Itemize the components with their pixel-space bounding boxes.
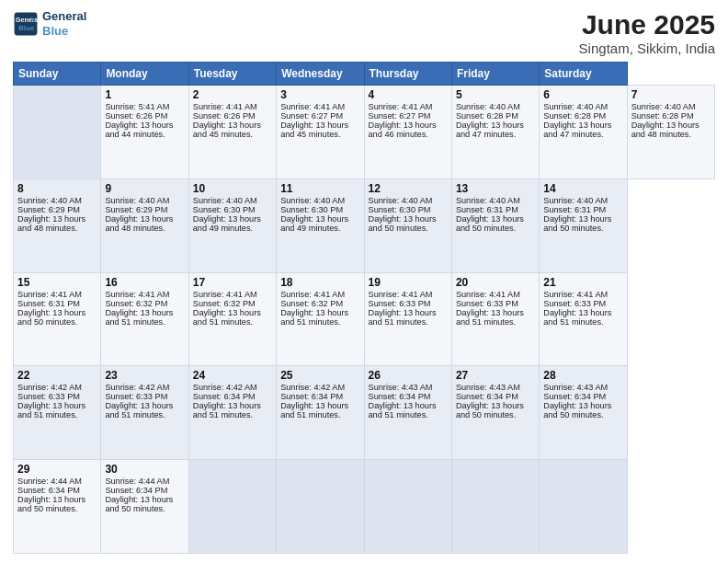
day-number: 2 bbox=[193, 88, 272, 101]
calendar-cell: 1Sunrise: 5:41 AMSunset: 6:26 PMDaylight… bbox=[101, 86, 188, 179]
calendar-cell: 15Sunrise: 4:41 AMSunset: 6:31 PMDayligh… bbox=[14, 272, 101, 366]
logo-icon: General Blue bbox=[13, 11, 39, 37]
day-info: Sunrise: 4:41 AMSunset: 6:31 PMDaylight:… bbox=[17, 290, 85, 327]
calendar-week-0: 1Sunrise: 5:41 AMSunset: 6:26 PMDaylight… bbox=[14, 86, 715, 179]
calendar-cell: 30Sunrise: 4:44 AMSunset: 6:34 PMDayligh… bbox=[101, 460, 188, 554]
calendar-cell: 25Sunrise: 4:42 AMSunset: 6:34 PMDayligh… bbox=[277, 366, 364, 460]
day-number: 25 bbox=[280, 369, 359, 382]
calendar-cell: 10Sunrise: 4:40 AMSunset: 6:30 PMDayligh… bbox=[188, 178, 276, 272]
calendar: SundayMondayTuesdayWednesdayThursdayFrid… bbox=[13, 62, 715, 554]
day-number: 18 bbox=[280, 276, 359, 289]
calendar-header-row: SundayMondayTuesdayWednesdayThursdayFrid… bbox=[14, 63, 715, 86]
day-number: 20 bbox=[456, 276, 535, 289]
day-info: Sunrise: 4:41 AMSunset: 6:32 PMDaylight:… bbox=[280, 290, 348, 327]
day-number: 5 bbox=[456, 88, 535, 101]
calendar-cell: 29Sunrise: 4:44 AMSunset: 6:34 PMDayligh… bbox=[14, 460, 101, 554]
col-header-thursday: Thursday bbox=[364, 63, 451, 86]
subtitle: Singtam, Sikkim, India bbox=[579, 40, 715, 56]
day-info: Sunrise: 4:40 AMSunset: 6:30 PMDaylight:… bbox=[280, 196, 348, 233]
day-number: 16 bbox=[105, 276, 184, 289]
day-info: Sunrise: 4:40 AMSunset: 6:30 PMDaylight:… bbox=[193, 196, 261, 233]
col-header-sunday: Sunday bbox=[14, 63, 101, 86]
svg-text:General: General bbox=[16, 17, 39, 23]
day-info: Sunrise: 4:40 AMSunset: 6:31 PMDaylight:… bbox=[456, 196, 524, 233]
col-header-tuesday: Tuesday bbox=[188, 63, 276, 86]
calendar-cell: 6Sunrise: 4:40 AMSunset: 6:28 PMDaylight… bbox=[540, 86, 627, 179]
day-number: 7 bbox=[631, 88, 711, 101]
day-number: 6 bbox=[543, 88, 622, 101]
day-info: Sunrise: 5:41 AMSunset: 6:26 PMDaylight:… bbox=[105, 102, 173, 139]
day-number: 26 bbox=[369, 369, 448, 382]
day-info: Sunrise: 4:41 AMSunset: 6:33 PMDaylight:… bbox=[369, 290, 437, 327]
day-info: Sunrise: 4:41 AMSunset: 6:27 PMDaylight:… bbox=[280, 102, 348, 139]
calendar-cell bbox=[188, 460, 276, 554]
col-header-saturday: Saturday bbox=[540, 63, 627, 86]
day-info: Sunrise: 4:42 AMSunset: 6:34 PMDaylight:… bbox=[193, 383, 261, 419]
day-info: Sunrise: 4:40 AMSunset: 6:29 PMDaylight:… bbox=[105, 196, 173, 233]
page: General Blue General Blue June 2025 Sing… bbox=[0, 0, 728, 563]
day-info: Sunrise: 4:40 AMSunset: 6:30 PMDaylight:… bbox=[369, 196, 437, 233]
main-title: June 2025 bbox=[579, 9, 715, 40]
calendar-cell: 17Sunrise: 4:41 AMSunset: 6:32 PMDayligh… bbox=[188, 272, 276, 366]
calendar-cell: 12Sunrise: 4:40 AMSunset: 6:30 PMDayligh… bbox=[364, 178, 451, 272]
calendar-cell: 7Sunrise: 4:40 AMSunset: 6:28 PMDaylight… bbox=[627, 86, 714, 179]
day-info: Sunrise: 4:41 AMSunset: 6:32 PMDaylight:… bbox=[105, 290, 173, 327]
day-info: Sunrise: 4:42 AMSunset: 6:34 PMDaylight:… bbox=[280, 383, 348, 419]
calendar-week-4: 29Sunrise: 4:44 AMSunset: 6:34 PMDayligh… bbox=[14, 460, 715, 554]
calendar-cell: 21Sunrise: 4:41 AMSunset: 6:33 PMDayligh… bbox=[540, 272, 627, 366]
calendar-cell: 5Sunrise: 4:40 AMSunset: 6:28 PMDaylight… bbox=[451, 86, 539, 179]
logo-text: General Blue bbox=[42, 9, 86, 38]
day-number: 29 bbox=[17, 463, 97, 476]
day-info: Sunrise: 4:40 AMSunset: 6:31 PMDaylight:… bbox=[543, 196, 611, 233]
logo: General Blue General Blue bbox=[13, 9, 86, 38]
day-number: 4 bbox=[369, 88, 448, 101]
day-number: 1 bbox=[105, 88, 184, 101]
day-info: Sunrise: 4:41 AMSunset: 6:26 PMDaylight:… bbox=[193, 102, 261, 139]
day-info: Sunrise: 4:40 AMSunset: 6:29 PMDaylight:… bbox=[17, 196, 85, 233]
day-number: 21 bbox=[543, 276, 622, 289]
calendar-cell bbox=[364, 460, 451, 554]
calendar-cell: 23Sunrise: 4:42 AMSunset: 6:33 PMDayligh… bbox=[101, 366, 188, 460]
calendar-week-3: 22Sunrise: 4:42 AMSunset: 6:33 PMDayligh… bbox=[14, 366, 715, 460]
calendar-cell: 20Sunrise: 4:41 AMSunset: 6:33 PMDayligh… bbox=[451, 272, 539, 366]
title-block: June 2025 Singtam, Sikkim, India bbox=[579, 9, 715, 56]
day-info: Sunrise: 4:42 AMSunset: 6:33 PMDaylight:… bbox=[17, 383, 85, 419]
day-number: 10 bbox=[193, 182, 272, 195]
day-info: Sunrise: 4:40 AMSunset: 6:28 PMDaylight:… bbox=[631, 102, 700, 139]
day-info: Sunrise: 4:41 AMSunset: 6:32 PMDaylight:… bbox=[193, 290, 261, 327]
calendar-cell: 18Sunrise: 4:41 AMSunset: 6:32 PMDayligh… bbox=[277, 272, 364, 366]
calendar-cell: 24Sunrise: 4:42 AMSunset: 6:34 PMDayligh… bbox=[188, 366, 276, 460]
calendar-week-1: 8Sunrise: 4:40 AMSunset: 6:29 PMDaylight… bbox=[14, 178, 715, 272]
calendar-cell: 27Sunrise: 4:43 AMSunset: 6:34 PMDayligh… bbox=[451, 366, 539, 460]
day-number: 24 bbox=[193, 369, 272, 382]
calendar-cell bbox=[277, 460, 364, 554]
calendar-cell: 2Sunrise: 4:41 AMSunset: 6:26 PMDaylight… bbox=[188, 86, 276, 179]
day-number: 27 bbox=[456, 369, 535, 382]
calendar-cell: 11Sunrise: 4:40 AMSunset: 6:30 PMDayligh… bbox=[277, 178, 364, 272]
calendar-cell: 9Sunrise: 4:40 AMSunset: 6:29 PMDaylight… bbox=[101, 178, 188, 272]
day-number: 12 bbox=[369, 182, 448, 195]
day-info: Sunrise: 4:44 AMSunset: 6:34 PMDaylight:… bbox=[105, 477, 173, 513]
calendar-cell: 4Sunrise: 4:41 AMSunset: 6:27 PMDaylight… bbox=[364, 86, 451, 179]
day-info: Sunrise: 4:41 AMSunset: 6:33 PMDaylight:… bbox=[456, 290, 524, 327]
svg-text:Blue: Blue bbox=[18, 24, 35, 32]
day-info: Sunrise: 4:43 AMSunset: 6:34 PMDaylight:… bbox=[543, 383, 611, 419]
day-number: 19 bbox=[369, 276, 448, 289]
calendar-cell: 19Sunrise: 4:41 AMSunset: 6:33 PMDayligh… bbox=[364, 272, 451, 366]
calendar-cell: 14Sunrise: 4:40 AMSunset: 6:31 PMDayligh… bbox=[540, 178, 627, 272]
calendar-cell bbox=[451, 460, 539, 554]
day-number: 9 bbox=[105, 182, 184, 195]
calendar-cell: 26Sunrise: 4:43 AMSunset: 6:34 PMDayligh… bbox=[364, 366, 451, 460]
calendar-cell: 3Sunrise: 4:41 AMSunset: 6:27 PMDaylight… bbox=[277, 86, 364, 179]
day-number: 23 bbox=[105, 369, 184, 382]
day-info: Sunrise: 4:40 AMSunset: 6:28 PMDaylight:… bbox=[543, 102, 611, 139]
col-header-monday: Monday bbox=[101, 63, 188, 86]
day-number: 17 bbox=[193, 276, 272, 289]
day-info: Sunrise: 4:44 AMSunset: 6:34 PMDaylight:… bbox=[17, 477, 85, 513]
day-number: 22 bbox=[17, 369, 97, 382]
calendar-cell: 8Sunrise: 4:40 AMSunset: 6:29 PMDaylight… bbox=[14, 178, 101, 272]
day-info: Sunrise: 4:41 AMSunset: 6:33 PMDaylight:… bbox=[543, 290, 611, 327]
col-header-friday: Friday bbox=[451, 63, 539, 86]
calendar-cell: 13Sunrise: 4:40 AMSunset: 6:31 PMDayligh… bbox=[451, 178, 539, 272]
calendar-cell: 28Sunrise: 4:43 AMSunset: 6:34 PMDayligh… bbox=[540, 366, 627, 460]
